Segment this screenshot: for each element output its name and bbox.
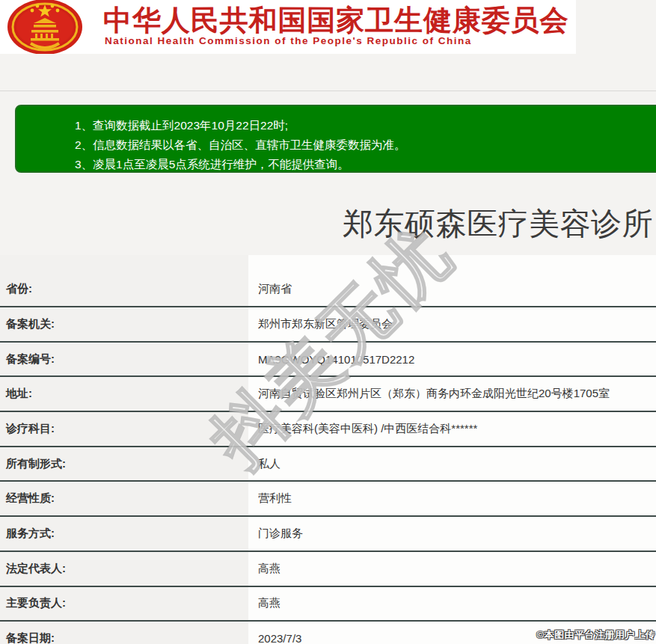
field-label: 备案机关: (0, 307, 248, 341)
institution-info-table: 省份: 河南省 备案机关: 郑州市郑东新区管理委员会 备案编号: MA9GWOY… (0, 255, 656, 644)
field-value: 河南自贸试验区郑州片区（郑东）商务内环金成阳光世纪20号楼1705室 (248, 377, 656, 411)
table-row: 省份: 河南省 (0, 255, 656, 307)
field-value: 医疗美容科(美容中医科) /中西医结合科****** (248, 412, 656, 446)
field-label: 诊疗科目: (0, 412, 248, 446)
table-row: 诊疗科目: 医疗美容科(美容中医科) /中西医结合科****** (0, 412, 656, 447)
field-value: MA9GWOYQ141010517D2212 (248, 343, 656, 376)
site-header: 中华人民共和国国家卫生健康委员会 National Health Commiss… (0, 0, 576, 54)
notice-line-1: 1、查询数据截止到2023年10月22日22时; (75, 116, 656, 135)
field-label: 主要负责人: (0, 587, 248, 621)
field-value: 门诊服务 (248, 517, 656, 551)
field-label: 备案编号: (0, 343, 248, 376)
notice-line-3: 3、凌晨1点至凌晨5点系统进行维护，不能提供查询。 (75, 155, 656, 174)
table-row: 主要负责人: 高燕 (0, 587, 656, 622)
table-row: 备案编号: MA9GWOYQ141010517D2212 (0, 343, 656, 378)
field-label: 省份: (0, 255, 248, 306)
table-row: 法定代表人: 高燕 (0, 552, 656, 587)
notice-line-2: 2、信息数据结果以各省、自治区、直辖市卫生健康委数据为准。 (75, 135, 656, 155)
field-value: 郑州市郑东新区管理委员会 (248, 307, 656, 341)
table-row: 经营性质: 营利性 (0, 482, 656, 517)
prc-national-emblem-icon (4, 0, 85, 54)
table-row: 备案机关: 郑州市郑东新区管理委员会 (0, 307, 656, 343)
site-title-english: National Health Commission of the People… (105, 35, 472, 46)
table-row: 服务方式: 门诊服务 (0, 517, 656, 552)
institution-name-title: 郑东硕森医疗美容诊所 (343, 203, 653, 245)
site-title-chinese: 中华人民共和国国家卫生健康委员会 (103, 1, 568, 40)
field-label: 备案日期: (0, 622, 248, 644)
field-value: 高燕 (248, 552, 656, 586)
field-value: 营利性 (248, 482, 656, 515)
field-label: 法定代表人: (0, 552, 248, 586)
field-value: 私人 (248, 447, 656, 481)
upload-credit-watermark: ©本图由平台注册用户上传 (536, 628, 655, 642)
field-value: 河南省 (248, 255, 656, 306)
field-label: 所有制形式: (0, 447, 248, 481)
notice-box: 1、查询数据截止到2023年10月22日22时; 2、信息数据结果以各省、自治区… (15, 105, 656, 173)
header-divider (0, 91, 656, 91)
table-row: 所有制形式: 私人 (0, 447, 656, 482)
table-row: 地址: 河南自贸试验区郑州片区（郑东）商务内环金成阳光世纪20号楼1705室 (0, 377, 656, 412)
field-value: 高燕 (248, 587, 656, 621)
field-label: 地址: (0, 377, 248, 411)
field-label: 服务方式: (0, 517, 248, 551)
health-commission-lookup-page: 中华人民共和国国家卫生健康委员会 National Health Commiss… (0, 0, 656, 644)
field-label: 经营性质: (0, 482, 248, 515)
